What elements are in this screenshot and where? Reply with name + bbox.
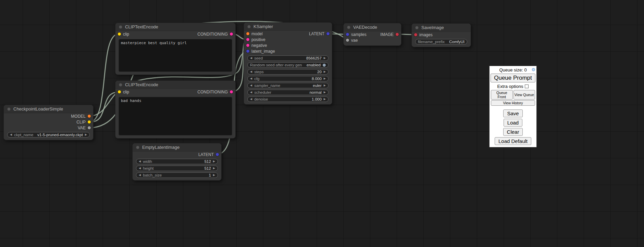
load-default-button[interactable]: Load Default [495,137,531,145]
output-slot-vae[interactable]: VAE [78,126,91,130]
widget-ckpt-name[interactable]: ◀ ckpt_name v1-5-pruned-emaonly.ckpt ▶ [7,132,90,138]
output-slot-latent[interactable]: LATENT [198,152,219,157]
output-slot-model[interactable]: MODEL [71,114,91,119]
decrement-arrow-icon[interactable]: ◀ [139,167,141,170]
slot-dot-image[interactable] [396,33,399,36]
widget-sampler-name[interactable]: ◀ sampler_name euler ▶ [247,83,329,88]
node-collapse-dot[interactable] [7,107,11,111]
node-checkpoint-loader[interactable]: CheckpointLoaderSimple MODEL CLIP VAE ◀ [3,105,94,140]
save-button[interactable]: Save [503,109,522,117]
slot-dot-latent[interactable] [326,32,330,35]
node-collapse-dot[interactable] [247,25,251,28]
input-slot-latent-image[interactable]: latent_image [246,49,275,54]
load-button[interactable]: Load [504,119,522,127]
widget-height[interactable]: ◀ height 512 ▶ [136,166,218,171]
decrement-arrow-icon[interactable]: ◀ [139,174,141,177]
queue-front-button[interactable]: Queue Front [491,90,513,100]
slot-dot-vae[interactable] [88,126,91,129]
widget-denoise[interactable]: ◀ denoise 1.000 ▶ [247,96,329,102]
output-slot-conditioning[interactable]: CONDITIONING [197,32,233,37]
output-slot-latent[interactable]: LATENT [309,31,330,36]
output-slot-conditioning[interactable]: CONDITIONING [197,90,233,94]
input-slot-model[interactable]: model [246,31,263,36]
increment-arrow-icon[interactable]: ▶ [324,70,326,73]
extra-options-checkbox[interactable] [525,84,529,88]
widget-width[interactable]: ◀ width 512 ▶ [136,159,218,164]
slot-dot-conditioning[interactable] [246,38,249,41]
node-title-bar[interactable]: CheckpointLoaderSimple [4,105,93,113]
node-clip-text-encode-positive[interactable]: CLIPTextEncode clip CONDITIONING masterp… [115,23,236,75]
input-slot-images[interactable]: images [414,32,433,37]
toggle-dot[interactable] [323,64,326,67]
slot-dot-latent[interactable] [346,33,349,36]
widget-filename-prefix[interactable]: filename_prefix ComfyUI [415,39,467,44]
node-empty-latent-image[interactable]: EmptyLatentImage LATENT ◀ width 512 ▶ ◀ … [132,143,222,181]
decrement-arrow-icon[interactable]: ◀ [250,84,252,87]
increment-arrow-icon[interactable]: ▶ [213,174,215,177]
input-slot-clip[interactable]: clip [118,90,129,94]
queue-prompt-button[interactable]: Queue Prompt [491,74,535,82]
prompt-textarea-positive[interactable]: masterpiece best quality girl [119,39,232,72]
settings-gear-icon[interactable]: ⚙ [531,67,535,72]
input-slot-samples[interactable]: samples [346,32,367,37]
node-title-bar[interactable]: EmptyLatentImage [133,143,221,152]
widget-batch-size[interactable]: ◀ batch_size 1 ▶ [136,172,218,178]
graph-canvas[interactable]: CheckpointLoaderSimple MODEL CLIP VAE ◀ [0,0,644,247]
slot-dot-clip[interactable] [118,90,121,93]
input-slot-negative[interactable]: negative [246,43,267,48]
view-queue-button[interactable]: View Queue [513,90,535,100]
increment-arrow-icon[interactable]: ▶ [324,91,326,94]
decrement-arrow-icon[interactable]: ◀ [139,160,141,163]
slot-dot-model[interactable] [246,32,249,35]
node-save-image[interactable]: SaveImage images filename_prefix ComfyUI [411,23,471,47]
widget-scheduler[interactable]: ◀ scheduler normal ▶ [247,90,329,95]
decrement-arrow-icon[interactable]: ◀ [250,57,252,60]
decrement-arrow-icon[interactable]: ◀ [250,91,252,94]
widget-seed[interactable]: ◀ seed 8566257 ▶ [247,55,329,61]
node-title-bar[interactable]: SaveImage [412,24,471,32]
node-title-bar[interactable]: CLIPTextEncode [115,23,235,31]
node-collapse-dot[interactable] [136,146,139,149]
clear-button[interactable]: Clear [503,128,523,136]
widget-random-seed-toggle[interactable]: Random seed after every gen enabled [247,62,329,68]
slot-dot-vae[interactable] [346,39,349,42]
slot-dot-latent[interactable] [216,153,219,156]
node-clip-text-encode-negative[interactable]: CLIPTextEncode clip CONDITIONING bad han… [115,80,236,139]
increment-arrow-icon[interactable]: ▶ [324,84,326,87]
output-slot-image[interactable]: IMAGE [380,32,399,37]
slot-dot-clip[interactable] [118,32,121,36]
input-slot-vae[interactable]: vae [346,38,358,43]
decrement-arrow-icon[interactable]: ◀ [250,98,252,101]
increment-arrow-icon[interactable]: ▶ [324,98,326,101]
slot-dot-latent[interactable] [246,50,249,53]
decrement-arrow-icon[interactable]: ◀ [10,133,12,136]
slot-dot-conditioning[interactable] [230,90,233,93]
node-collapse-dot[interactable] [119,25,122,29]
node-title-bar[interactable]: KSampler [244,23,332,31]
decrement-arrow-icon[interactable]: ◀ [250,70,252,73]
increment-arrow-icon[interactable]: ▶ [324,77,326,80]
node-collapse-dot[interactable] [119,83,122,87]
slot-dot-image[interactable] [414,33,417,36]
slot-dot-conditioning[interactable] [246,44,249,47]
slot-dot-clip[interactable] [88,120,91,124]
node-collapse-dot[interactable] [415,26,419,29]
prompt-textarea-negative[interactable]: bad hands [119,97,232,135]
node-title-bar[interactable]: CLIPTextEncode [115,81,235,89]
view-history-button[interactable]: View History [491,100,535,106]
increment-arrow-icon[interactable]: ▶ [213,167,215,170]
decrement-arrow-icon[interactable]: ◀ [250,77,252,80]
node-ksampler[interactable]: KSampler model LATENT positive negative [244,22,332,105]
increment-arrow-icon[interactable]: ▶ [85,133,87,136]
node-collapse-dot[interactable] [347,26,350,29]
slot-dot-model[interactable] [88,115,91,118]
output-slot-clip[interactable]: CLIP [76,120,91,125]
increment-arrow-icon[interactable]: ▶ [213,160,215,163]
increment-arrow-icon[interactable]: ▶ [324,57,326,60]
node-vae-decode[interactable]: VAEDecode samples IMAGE vae [343,23,401,46]
slot-dot-conditioning[interactable] [230,32,233,36]
widget-steps[interactable]: ◀ steps 20 ▶ [247,69,329,75]
node-title-bar[interactable]: VAEDecode [344,23,401,31]
input-slot-clip[interactable]: clip [118,32,129,37]
input-slot-positive[interactable]: positive [246,37,265,42]
